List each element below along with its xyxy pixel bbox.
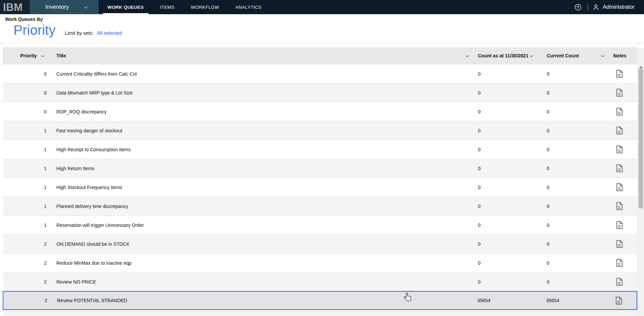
sort-chevron-icon[interactable] (601, 54, 605, 57)
table-row[interactable]: 1Fast moving danger of stockout00 (3, 121, 637, 140)
sort-chevron-icon[interactable] (41, 54, 45, 57)
svg-text:IBM: IBM (3, 2, 23, 12)
current-count-cell: 0 (543, 140, 609, 159)
title-cell: High Receipt to Consumption Items (53, 140, 472, 159)
notes-cell[interactable] (608, 292, 637, 309)
table-row[interactable]: 1Planned delivery time discrepancy00 (3, 196, 637, 215)
notes-icon (616, 145, 623, 154)
tab-analytics[interactable]: ANALYTICS (231, 0, 266, 14)
priority-cell: 1 (3, 216, 53, 234)
work-queues-table: Priority Title Count as at 11/30/2021 Cu… (3, 47, 637, 316)
count-cell: 0 (472, 254, 543, 272)
notes-cell[interactable] (609, 178, 637, 196)
notes-cell[interactable] (609, 197, 637, 215)
title-cell: ROP_ROQ discrepancy (53, 102, 472, 121)
vertical-scrollbar[interactable] (637, 48, 644, 316)
table-row[interactable]: 2Reduce MinMax due to inactive eqp00 (3, 253, 637, 272)
current-count-cell: 0 (543, 254, 609, 272)
top-navbar: IBM Inventory WORK QUEUESITEMSWORKFLOWAN… (0, 0, 644, 14)
count-cell: 0 (472, 159, 543, 178)
table-row[interactable]: 2Review NO PRICE00 (3, 272, 637, 291)
ibm-logo-icon: IBM (3, 2, 25, 12)
notes-cell[interactable] (609, 121, 637, 140)
nav-tabs: WORK QUEUESITEMSWORKFLOWANALYTICS (103, 0, 273, 14)
sort-chevron-icon[interactable] (466, 54, 469, 57)
table-row-partial[interactable] (3, 310, 637, 316)
user-icon (592, 3, 600, 11)
page-title: Priority (14, 22, 55, 38)
count-cell: 0 (472, 102, 543, 121)
tab-workflow[interactable]: WORKFLOW (186, 0, 224, 14)
table-row[interactable]: 0Data Mismatch MRP type & Lot Size00 (3, 83, 637, 102)
title-cell: High Stockout Frequency Items (53, 178, 472, 196)
table-row[interactable]: 0ROP_ROQ discrepancy00 (3, 102, 637, 121)
notes-icon (616, 88, 623, 97)
table-body: 0Current Criticality differs from Calc C… (3, 64, 637, 310)
priority-cell: 2 (3, 254, 53, 272)
priority-cell: 0 (3, 102, 53, 121)
column-header-priority[interactable]: Priority (3, 47, 53, 64)
table-row[interactable]: 1High Receipt to Consumption Items00 (3, 140, 637, 159)
count-cell: 0 (472, 235, 543, 253)
notes-cell[interactable] (609, 235, 637, 253)
limit-by-sets-link[interactable]: All selected (97, 30, 122, 36)
sort-chevron-icon[interactable] (530, 54, 533, 57)
notes-cell[interactable] (609, 140, 637, 159)
title-cell: Planned delivery time discrepancy (53, 197, 472, 215)
priority-cell: 1 (3, 178, 53, 196)
table-row[interactable]: 0Current Criticality differs from Calc C… (3, 64, 637, 83)
priority-cell: 1 (3, 140, 53, 159)
table-row[interactable]: 1Reservation will trigger Unncessary Ord… (3, 215, 637, 234)
tab-work-queues[interactable]: WORK QUEUES (103, 0, 149, 14)
current-count-cell: 0 (543, 121, 609, 140)
priority-cell: 1 (3, 197, 53, 215)
nav-right-group: ? Administrator (571, 0, 644, 14)
count-cell: 35654 (471, 292, 542, 309)
notes-icon (616, 202, 623, 210)
title-cell: Reservation will trigger Unncessary Orde… (53, 216, 472, 234)
notes-icon (616, 259, 623, 267)
table-row[interactable]: 1High Stockout Frequency Items00 (3, 178, 637, 196)
title-cell: Fast moving danger of stockout (53, 121, 472, 140)
count-cell: 0 (472, 272, 543, 291)
priority-cell: 1 (3, 159, 53, 178)
count-cell: 0 (472, 121, 543, 140)
notes-cell[interactable] (609, 216, 637, 234)
notes-cell[interactable] (609, 272, 637, 291)
table-row[interactable]: 1High Return Items00 (3, 159, 637, 178)
notes-icon (616, 240, 623, 248)
help-icon: ? (574, 3, 582, 11)
notes-cell[interactable] (609, 159, 637, 178)
notes-cell[interactable] (609, 83, 637, 102)
current-count-cell: 0 (543, 272, 609, 291)
column-header-title[interactable]: Title (53, 47, 472, 64)
notes-cell[interactable] (609, 254, 637, 272)
current-count-cell: 35654 (542, 292, 608, 309)
svg-text:?: ? (577, 5, 579, 9)
help-button[interactable]: ? (571, 0, 585, 14)
notes-icon (616, 70, 623, 78)
count-cell: 0 (472, 197, 543, 215)
count-cell: 0 (472, 83, 543, 102)
scroll-up-arrow-icon[interactable] (639, 66, 643, 69)
nav-divider (588, 3, 588, 11)
notes-icon (616, 221, 623, 229)
column-header-count[interactable]: Count as at 11/30/2021 (472, 47, 543, 64)
title-cell: Review POTENTIAL STRANDED (54, 292, 471, 309)
title-row: Priority Limit by sets: All selected (5, 22, 644, 38)
user-name-label: Administrator (603, 4, 635, 10)
notes-cell[interactable] (609, 64, 637, 83)
notes-cell[interactable] (609, 102, 637, 121)
tab-items[interactable]: ITEMS (155, 0, 179, 14)
app-switcher-inventory[interactable]: Inventory (30, 0, 99, 14)
scrollbar-thumb[interactable] (639, 69, 643, 208)
brand-area[interactable]: IBM (0, 0, 30, 14)
table-row[interactable]: 2ON DEMAND should be in STOCK00 (3, 234, 637, 253)
table-row[interactable]: 2Review POTENTIAL STRANDED3565435654 (3, 291, 637, 310)
title-cell: High Return Items (53, 159, 472, 178)
user-menu[interactable]: Administrator (592, 3, 635, 11)
notes-icon (616, 183, 623, 191)
current-count-cell: 0 (543, 178, 609, 196)
column-header-notes: Notes (609, 47, 637, 64)
column-header-current-count[interactable]: Current Count (543, 47, 609, 64)
